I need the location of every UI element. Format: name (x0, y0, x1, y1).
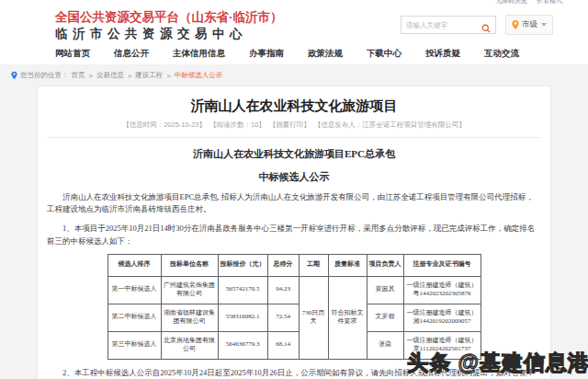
cert-title: 一级注册建造师（建筑） (405, 281, 480, 290)
search-input[interactable] (406, 21, 481, 29)
breadcrumb-prefix: 您当前的位置： (20, 71, 69, 80)
platform-title: 全国公共资源交易平台（山东省·临沂市） (55, 9, 283, 26)
cell-company: 湖南省德林建设集团有限公司 (161, 304, 218, 331)
region-selector[interactable]: 市级 (505, 15, 553, 35)
cell-company: 广州建筑装饰集团有限公司 (161, 276, 218, 304)
meta-print-link[interactable]: 【我要打印】 (269, 121, 311, 130)
elder-mode-link[interactable]: 长者模式 (537, 0, 562, 6)
cell-manager: 黄国其 (367, 276, 403, 304)
search-box[interactable] (401, 16, 496, 34)
cert-number: 湘1442019202009057 (405, 317, 480, 326)
toutiao-watermark: 头条 @基建信息港 (407, 349, 588, 377)
table-row: 第二中标候选人 湖南省德林建设集团有限公司 558316082.1 72.54 … (107, 304, 481, 331)
site-logo-block: 全国公共资源交易平台（山东省·临沂市） 临沂市公共资源交易中心 (55, 9, 283, 42)
breadcrumb-separator: > (128, 72, 131, 80)
cert-number: 粤1442023202305876 (405, 290, 480, 298)
breadcrumb-current: 中标候选人公示 (175, 71, 223, 80)
cell-company: 北京房地集团有限公司 (161, 331, 218, 359)
page-title: 沂南山人在农业科技文化旅游项目 (47, 94, 541, 121)
location-pin-icon (512, 20, 519, 29)
document-subtitle: 中标候选人公示 (47, 170, 541, 184)
breadcrumb-link-home[interactable]: 首页 (72, 71, 85, 80)
cell-rank: 第二中标候选人 (107, 304, 161, 331)
nav-item-credit-info[interactable]: 主体信用信息 (173, 48, 225, 60)
main-nav: 网站首页 信息公开 主体信用信息 办事指南 政策法规 下载中心 投诉质疑 互动交… (0, 44, 588, 64)
cell-price: 558316082.1 (218, 304, 267, 331)
top-utility-strip: 无障碍浏览 长者模式 (0, 0, 588, 7)
paragraph-project-intro: 沂南山人在农业科技文化旅游项目EPC总承包, 招标人为沂南山人在文化旅游开发有限… (47, 191, 541, 215)
cell-score: 68.14 (267, 331, 299, 359)
cell-manager: 张焱 (367, 331, 403, 359)
bid-candidates-table: 候选人排序 投标单位名称 投标报价（元） 总得分 工期 质量标准 项目负责人 注… (107, 254, 481, 360)
cert-title: 一级注册建造师（建筑） (405, 337, 480, 345)
nav-item-complaints[interactable]: 投诉质疑 (425, 48, 460, 60)
col-manager: 项目负责人 (367, 254, 403, 276)
nav-item-service-guide[interactable]: 办事指南 (249, 48, 284, 60)
breadcrumb-separator: > (89, 72, 93, 80)
col-score: 总得分 (267, 254, 299, 276)
breadcrumb-link-trade-info[interactable]: 交易信息 (96, 71, 124, 80)
table-row: 第一中标候选人 广州建筑装饰集团有限公司 565742170.5 94.23 7… (107, 276, 481, 304)
center-title: 临沂市公共资源交易中心 (55, 26, 283, 43)
region-label: 市级 (522, 19, 537, 30)
col-duration: 工期 (299, 254, 328, 276)
col-cert: 注册专业及证书编号 (403, 254, 481, 276)
meta-publish-time: 【信息时间：2025-10-23】 (122, 121, 206, 130)
nav-item-info-disclosure[interactable]: 信息公开 (114, 48, 149, 60)
meta-read-count: 【阅读次数：10】 (209, 121, 266, 130)
site-header: 全国公共资源交易平台（山东省·临沂市） 临沂市公共资源交易中心 市级 (0, 7, 588, 44)
paragraph-bid-opening: 1、本项目于2025年10月21日14时30分在沂南县政务服务中心三楼第一开标室… (47, 223, 541, 247)
cell-rank: 第一中标候选人 (107, 276, 161, 304)
breadcrumb-separator: > (166, 72, 170, 80)
cell-score: 94.23 (267, 276, 299, 304)
cell-duration: 730日历天 (299, 276, 328, 359)
nav-item-home[interactable]: 网站首页 (55, 48, 90, 60)
table-header-row: 候选人排序 投标单位名称 投标报价（元） 总得分 工期 质量标准 项目负责人 注… (107, 254, 481, 276)
breadcrumb-pin-icon (11, 71, 17, 80)
cert-title: 一级注册建造师（建筑） (405, 309, 480, 317)
accessibility-link[interactable]: 无障碍浏览 (495, 0, 527, 6)
nav-item-policies[interactable]: 政策法规 (308, 48, 343, 60)
nav-item-interaction[interactable]: 互动交流 (484, 48, 519, 60)
cell-quality: 符合招标文件要求 (328, 276, 367, 359)
col-quality: 质量标准 (328, 254, 367, 276)
cell-cert: 一级注册建造师（建筑） 湘1442019202009057 (403, 304, 481, 331)
breadcrumb-link-construction[interactable]: 建设工程 (135, 71, 163, 80)
cell-rank: 第三中标候选人 (107, 331, 161, 359)
document-title: 沂南山人在农业科技文化旅游项目EPC总承包 (47, 147, 541, 161)
search-icon[interactable] (481, 20, 491, 29)
nav-item-downloads[interactable]: 下载中心 (367, 48, 401, 60)
article-card: 沂南山人在农业科技文化旅游项目 【信息时间：2025-10-23】 【阅读次数：… (37, 86, 551, 379)
chevron-down-icon (541, 23, 547, 27)
cell-cert: 一级注册建造师（建筑） 粤1442023202305876 (403, 276, 481, 304)
article-meta: 【信息时间：2025-10-23】 【阅读次数：10】 【我要打印】 【信息发布… (47, 121, 541, 138)
breadcrumb: 您当前的位置： 首页 > 交易信息 > 建设工程 > 中标候选人公示 (0, 68, 588, 86)
meta-publisher: 【信息发布人：江苏全诺工程项目管理有限公司】 (314, 121, 466, 130)
page-body: 您当前的位置： 首页 > 交易信息 > 建设工程 > 中标候选人公示 沂南山人在… (0, 64, 588, 379)
cell-price: 564636779.3 (218, 331, 267, 359)
cell-score: 72.54 (267, 304, 299, 331)
col-company: 投标单位名称 (161, 254, 218, 276)
col-price: 投标报价（元） (218, 254, 267, 276)
col-rank: 候选人排序 (107, 254, 161, 276)
cell-price: 565742170.5 (218, 276, 267, 304)
cell-manager: 文罗都 (367, 304, 403, 331)
